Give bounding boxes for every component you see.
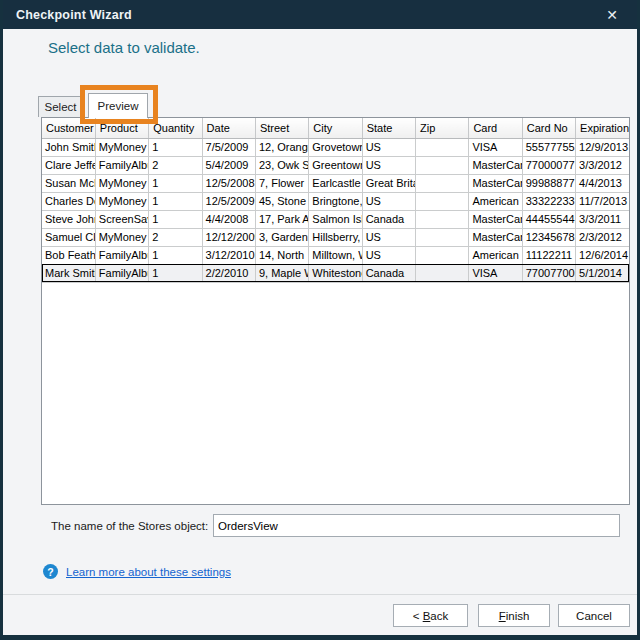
table-cell[interactable]: 12345678 (522, 228, 575, 246)
table-cell[interactable]: 9, Maple Way (255, 264, 308, 282)
data-grid[interactable]: CustomerProductQuantityDateStreetCitySta… (42, 118, 629, 283)
table-cell[interactable]: MyMoney (95, 174, 148, 192)
column-header[interactable]: Zip (416, 118, 469, 138)
table-cell[interactable]: Salmon Island (309, 210, 362, 228)
table-cell[interactable]: Canada (362, 210, 415, 228)
table-cell[interactable]: Grovetown (309, 138, 362, 156)
table-cell[interactable] (416, 246, 469, 264)
table-cell[interactable]: 1 (149, 174, 202, 192)
column-header[interactable]: City (309, 118, 362, 138)
table-cell[interactable]: 12/5/2008 (202, 174, 255, 192)
table-cell[interactable]: 1 (149, 138, 202, 156)
table-cell[interactable]: 55577755 (522, 138, 575, 156)
table-cell[interactable]: 3, Garden (255, 228, 308, 246)
table-cell[interactable]: 77000077 (522, 156, 575, 174)
table-cell[interactable]: ScreenSaver (95, 210, 148, 228)
help-icon[interactable]: ? (43, 564, 58, 579)
table-cell[interactable]: 33322233 (522, 192, 575, 210)
table-cell[interactable]: 2/2/2010 (202, 264, 255, 282)
table-cell[interactable]: 7, Flower (255, 174, 308, 192)
back-button[interactable]: < Back (393, 604, 468, 627)
table-cell[interactable]: MyMoney (95, 192, 148, 210)
table-cell[interactable]: American (469, 192, 522, 210)
table-row[interactable]: Susan McLarenMyMoney112/5/20087, FlowerE… (42, 174, 629, 192)
table-cell[interactable]: US (362, 138, 415, 156)
cancel-button[interactable]: Cancel (558, 604, 630, 627)
table-cell[interactable]: 1 (149, 246, 202, 264)
table-cell[interactable]: Canada (362, 264, 415, 282)
column-header[interactable]: Street (255, 118, 308, 138)
table-cell[interactable]: MasterCard (469, 156, 522, 174)
table-row[interactable]: Steve JohnsonScreenSaver14/4/200817, Par… (42, 210, 629, 228)
table-cell[interactable] (416, 174, 469, 192)
table-cell[interactable]: 11122211 (522, 246, 575, 264)
table-cell[interactable]: 5/4/2009 (202, 156, 255, 174)
table-cell[interactable]: US (362, 156, 415, 174)
table-cell[interactable]: US (362, 228, 415, 246)
table-cell[interactable]: 5/1/2014 (576, 264, 629, 282)
table-cell[interactable]: Steve Johnson (42, 210, 95, 228)
table-row[interactable]: Samuel ClemensMyMoney212/12/20093, Garde… (42, 228, 629, 246)
table-cell[interactable]: Bringtone, LA (309, 192, 362, 210)
table-cell[interactable]: VISA (469, 264, 522, 282)
table-row[interactable]: John SmithMyMoney17/5/200912, OrangeGrov… (42, 138, 629, 156)
table-cell[interactable]: FamilyAlbum (95, 156, 148, 174)
table-cell[interactable]: 77007700 (522, 264, 575, 282)
table-cell[interactable] (416, 138, 469, 156)
column-header[interactable]: Date (202, 118, 255, 138)
stores-object-input[interactable] (213, 514, 620, 537)
table-row[interactable]: Charles DodgsonMyMoney112/5/200945, Ston… (42, 192, 629, 210)
table-cell[interactable]: Clare Jefferson (42, 156, 95, 174)
table-cell[interactable] (416, 210, 469, 228)
table-cell[interactable]: MasterCard (469, 228, 522, 246)
table-cell[interactable]: Charles Dodgson (42, 192, 95, 210)
table-cell[interactable]: 2 (149, 228, 202, 246)
table-cell[interactable]: Greentown (309, 156, 362, 174)
column-header[interactable]: Product (95, 118, 148, 138)
table-cell[interactable]: 1 (149, 210, 202, 228)
table-cell[interactable]: Susan McLaren (42, 174, 95, 192)
table-cell[interactable]: 11/7/2013 (576, 192, 629, 210)
finish-button[interactable]: Finish (478, 604, 550, 627)
table-cell[interactable]: MyMoney (95, 228, 148, 246)
table-row[interactable]: Clare JeffersonFamilyAlbum25/4/200923, O… (42, 156, 629, 174)
tab-select[interactable]: Select (38, 96, 83, 117)
table-cell[interactable] (416, 228, 469, 246)
table-cell[interactable]: 4/4/2013 (576, 174, 629, 192)
table-row[interactable]: Bob FeatherFamilyAlbum13/12/201014, Nort… (42, 246, 629, 264)
table-cell[interactable]: Bob Feather (42, 246, 95, 264)
table-cell[interactable]: Earlcastle (309, 174, 362, 192)
table-cell[interactable]: US (362, 192, 415, 210)
table-cell[interactable]: 12/12/2009 (202, 228, 255, 246)
tab-preview[interactable]: Preview (88, 93, 148, 118)
table-cell[interactable]: 3/3/2011 (576, 210, 629, 228)
close-icon[interactable]: ✕ (600, 6, 624, 24)
table-cell[interactable]: 12/5/2009 (202, 192, 255, 210)
table-cell[interactable]: 2/3/2012 (576, 228, 629, 246)
table-cell[interactable]: 2 (149, 156, 202, 174)
table-cell[interactable]: 14, North (255, 246, 308, 264)
column-header[interactable]: Card No (522, 118, 575, 138)
table-cell[interactable] (416, 156, 469, 174)
table-cell[interactable]: 4/4/2008 (202, 210, 255, 228)
table-cell[interactable]: 23, Owk Street (255, 156, 308, 174)
table-cell[interactable]: 7/5/2009 (202, 138, 255, 156)
table-cell[interactable]: 45, Stone (255, 192, 308, 210)
learn-more-link[interactable]: Learn more about these settings (66, 566, 231, 578)
table-cell[interactable]: MasterCard (469, 210, 522, 228)
column-header[interactable]: Expiration (576, 118, 629, 138)
table-cell[interactable]: Samuel Clemens (42, 228, 95, 246)
table-cell[interactable]: 17, Park Ave (255, 210, 308, 228)
table-cell[interactable]: VISA (469, 138, 522, 156)
table-cell[interactable] (416, 192, 469, 210)
table-cell[interactable]: 12/9/2013 (576, 138, 629, 156)
table-cell[interactable]: 3/3/2012 (576, 156, 629, 174)
table-cell[interactable]: Hillsberry, WI (309, 228, 362, 246)
table-cell[interactable]: MasterCard (469, 174, 522, 192)
column-header[interactable]: Customer (42, 118, 95, 138)
table-cell[interactable]: 1 (149, 192, 202, 210)
table-cell[interactable]: Milltown, WI (309, 246, 362, 264)
table-cell[interactable]: Great Britain (362, 174, 415, 192)
table-cell[interactable]: US (362, 246, 415, 264)
table-cell[interactable]: Whitestone (309, 264, 362, 282)
